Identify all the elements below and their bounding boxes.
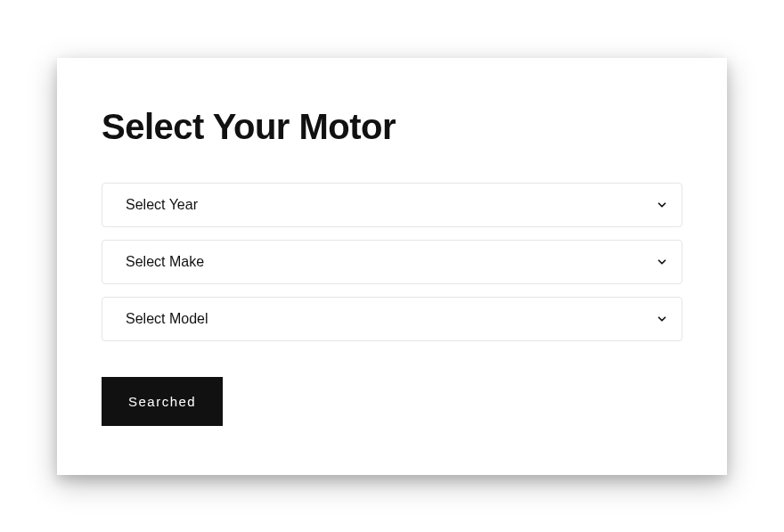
make-select-wrapper: Select Make	[102, 240, 682, 284]
search-button[interactable]: Searched	[102, 377, 223, 426]
motor-select-card: Select Your Motor Select Year Select Mak…	[57, 58, 727, 475]
year-select-label: Select Year	[126, 197, 198, 213]
make-select-label: Select Make	[126, 254, 204, 270]
model-select-wrapper: Select Model	[102, 297, 682, 341]
year-select-wrapper: Select Year	[102, 183, 682, 227]
page-title: Select Your Motor	[102, 107, 682, 147]
model-select[interactable]: Select Model	[102, 297, 682, 341]
model-select-label: Select Model	[126, 311, 208, 327]
make-select[interactable]: Select Make	[102, 240, 682, 284]
year-select[interactable]: Select Year	[102, 183, 682, 227]
